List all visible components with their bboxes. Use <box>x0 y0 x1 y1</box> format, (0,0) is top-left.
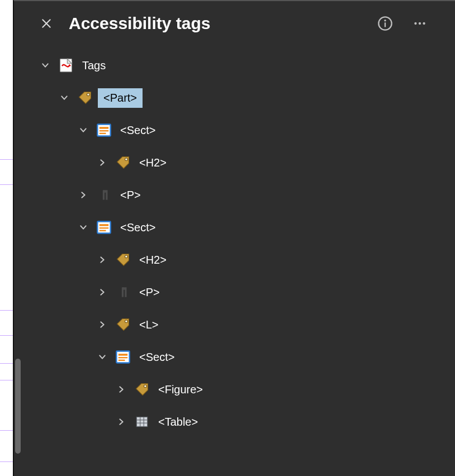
svg-point-24 <box>125 320 128 323</box>
disclosure-toggle[interactable] <box>94 349 110 365</box>
node-icon <box>96 122 112 139</box>
svg-rect-4 <box>385 22 386 27</box>
chevron-down-icon <box>79 126 88 135</box>
disclosure-toggle[interactable] <box>37 58 53 73</box>
node-icon <box>96 219 112 236</box>
info-button[interactable] <box>376 14 395 33</box>
node-icon <box>134 413 150 430</box>
disclosure-toggle[interactable] <box>94 284 110 300</box>
node-label[interactable]: Tags <box>79 58 109 73</box>
node-icon <box>115 284 131 301</box>
chevron-right-icon <box>79 191 88 199</box>
node-label[interactable]: <P> <box>117 188 144 203</box>
node-label[interactable]: <Sect> <box>136 350 178 365</box>
tree-row[interactable]: <Sect> <box>20 114 449 146</box>
svg-rect-13 <box>99 127 108 129</box>
accessibility-tags-panel: Accessibility tags Tags<Part><Sect><H2><… <box>13 0 455 476</box>
chevron-right-icon <box>98 158 107 167</box>
svg-rect-28 <box>119 360 125 361</box>
panel-header: Accessibility tags <box>14 1 455 44</box>
svg-rect-21 <box>99 230 106 231</box>
tags-tree: Tags<Part><Sect><H2><P><Sect><H2><P><L><… <box>14 44 455 444</box>
disclosure-toggle[interactable] <box>113 414 129 430</box>
node-icon <box>115 316 131 333</box>
info-icon <box>377 16 393 31</box>
tree-row[interactable]: <Sect> <box>20 341 449 373</box>
chevron-down-icon <box>60 93 69 102</box>
svg-rect-20 <box>99 227 108 229</box>
node-label[interactable]: <Table> <box>155 415 201 430</box>
section-icon <box>96 220 112 235</box>
svg-rect-19 <box>99 224 108 226</box>
section-icon <box>115 349 131 365</box>
svg-rect-30 <box>136 417 148 426</box>
chevron-right-icon <box>98 288 107 297</box>
tag-icon <box>134 382 150 397</box>
more-options-button[interactable] <box>410 14 429 33</box>
section-icon <box>96 122 112 138</box>
node-icon <box>77 89 93 106</box>
node-label[interactable]: <Sect> <box>117 123 159 138</box>
more-icon <box>413 16 427 31</box>
node-icon <box>115 251 131 268</box>
node-label[interactable]: <L> <box>136 317 162 332</box>
node-label[interactable]: <H2> <box>136 253 170 268</box>
tag-icon <box>115 317 131 332</box>
svg-rect-15 <box>99 133 106 134</box>
node-icon <box>115 349 131 365</box>
chevron-down-icon <box>79 223 88 232</box>
tree-row[interactable]: <Sect> <box>20 211 449 244</box>
svg-point-3 <box>384 20 386 22</box>
svg-rect-23 <box>122 287 124 297</box>
disclosure-toggle[interactable] <box>75 220 91 235</box>
svg-point-7 <box>423 22 425 25</box>
node-icon <box>96 187 112 203</box>
disclosure-toggle[interactable] <box>94 317 110 332</box>
scrollbar-thumb[interactable] <box>15 359 21 454</box>
svg-point-22 <box>125 255 128 258</box>
tree-row[interactable]: <Figure> <box>20 373 449 406</box>
tree-row[interactable]: <L> <box>20 308 449 341</box>
disclosure-toggle[interactable] <box>94 252 110 268</box>
node-label[interactable]: <Figure> <box>155 382 206 397</box>
disclosure-toggle[interactable] <box>75 122 91 138</box>
disclosure-toggle[interactable] <box>56 90 72 106</box>
tree-row[interactable]: <P> <box>20 179 449 211</box>
close-button[interactable] <box>35 12 58 35</box>
close-icon <box>41 18 52 29</box>
tree-row[interactable]: <Table> <box>20 406 449 438</box>
tree-row[interactable]: <H2> <box>20 146 449 179</box>
node-label[interactable]: <Part> <box>98 88 143 108</box>
node-label[interactable]: <P> <box>136 285 163 300</box>
svg-point-5 <box>414 22 416 25</box>
disclosure-toggle[interactable] <box>113 382 129 397</box>
chevron-right-icon <box>98 255 107 264</box>
tree-row[interactable]: <P> <box>20 276 449 308</box>
node-label[interactable]: <H2> <box>136 155 170 170</box>
svg-point-29 <box>144 385 147 388</box>
chevron-right-icon <box>117 385 126 394</box>
chevron-down-icon <box>41 61 50 70</box>
svg-rect-27 <box>119 357 127 358</box>
chevron-down-icon <box>98 353 107 361</box>
panel-title: Accessibility tags <box>69 14 376 33</box>
paragraph-icon <box>116 285 130 299</box>
tree-row[interactable]: <H2> <box>20 244 449 276</box>
pdf-icon <box>58 58 74 73</box>
chevron-right-icon <box>98 320 107 329</box>
svg-point-11 <box>87 93 90 96</box>
tree-row[interactable]: Tags <box>20 49 449 82</box>
node-label[interactable]: <Sect> <box>117 220 159 235</box>
svg-rect-14 <box>99 130 108 131</box>
tag-icon <box>77 90 93 106</box>
tree-row[interactable]: <Part> <box>20 82 449 114</box>
disclosure-toggle[interactable] <box>94 155 110 170</box>
tag-icon <box>115 155 131 170</box>
svg-rect-17 <box>103 190 105 199</box>
node-icon <box>134 381 150 398</box>
node-icon <box>58 57 74 74</box>
paragraph-icon <box>97 188 111 202</box>
document-sliver <box>0 0 13 476</box>
svg-point-6 <box>419 22 421 25</box>
disclosure-toggle[interactable] <box>75 187 91 203</box>
